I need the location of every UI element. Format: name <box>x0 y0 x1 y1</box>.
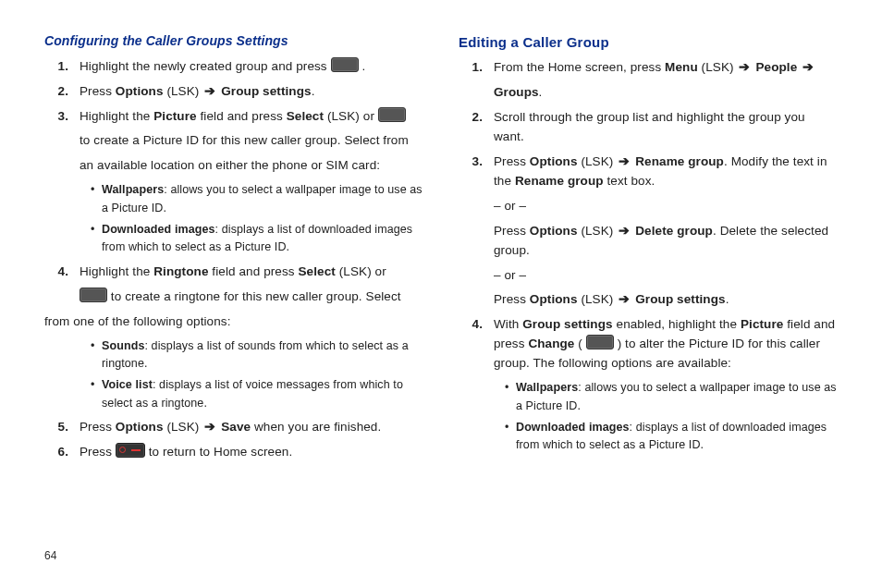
text: . <box>312 84 315 98</box>
left-step-5: 5. Press Options (LSK) ➔ Save when you a… <box>70 418 423 437</box>
bullet-list: •Wallpapers: allows you to select a wall… <box>80 181 423 257</box>
bullet-item: •Wallpapers: allows you to select a wall… <box>505 379 838 415</box>
step-number: 6. <box>48 443 68 462</box>
text: text box. <box>604 174 655 188</box>
arrow-icon: ➔ <box>617 290 631 310</box>
bullet-item: •Sounds: displays a list of sounds from … <box>91 337 423 374</box>
step-number: 1. <box>48 57 68 77</box>
bold: Select <box>287 109 324 123</box>
step-number: 3. <box>48 107 68 127</box>
bold: Groups <box>494 85 539 99</box>
bullet-dot: • <box>505 379 508 397</box>
arrow-icon: ➔ <box>202 82 217 102</box>
text: enabled, highlight the <box>613 317 741 331</box>
text: (LSK) <box>578 154 618 168</box>
end-call-button-icon <box>116 443 145 458</box>
text: (LSK) <box>164 420 203 434</box>
left-subheading: Configuring the Caller Groups Settings <box>44 31 423 52</box>
or-separator: – or – <box>494 266 838 286</box>
text: Highlight the <box>80 109 153 123</box>
left-column: Configuring the Caller Groups Settings 1… <box>44 31 423 536</box>
bold: Select <box>299 264 336 278</box>
left-step-2: 2. Press Options (LSK) ➔ Group settings. <box>70 82 423 102</box>
bold: Wallpapers <box>516 381 578 394</box>
bold: Ringtone <box>153 264 208 278</box>
bold: Save <box>217 420 251 434</box>
manual-page: Configuring the Caller Groups Settings 1… <box>0 0 882 588</box>
bullet-dot: • <box>91 376 94 394</box>
arrow-icon: ➔ <box>801 58 815 78</box>
or-separator: – or – <box>494 197 838 216</box>
right-heading: Editing a Caller Group <box>459 31 838 53</box>
text: field and press <box>209 264 299 278</box>
text: field and press <box>197 109 287 123</box>
bold: Group settings <box>522 317 612 331</box>
bold: Picture <box>741 317 783 331</box>
bullet-dot: • <box>505 419 508 436</box>
bold: Group settings <box>217 84 311 98</box>
text: . <box>539 85 543 99</box>
arrow-icon: ➔ <box>202 418 217 437</box>
left-step-1: 1. Highlight the newly created group and… <box>70 57 423 77</box>
text: With <box>494 317 522 331</box>
arrow-icon: ➔ <box>737 58 752 78</box>
text: Scroll through the group list and highli… <box>494 110 805 143</box>
bold: Menu <box>665 60 698 74</box>
text: Press <box>80 84 116 98</box>
arrow-icon: ➔ <box>617 222 631 241</box>
text: Press <box>80 445 116 459</box>
bold: Wallpapers <box>102 183 164 196</box>
text: Highlight the newly created group and pr… <box>80 59 331 73</box>
line: Groups. <box>494 83 838 103</box>
line: to create a ringtone for this new caller… <box>44 288 423 307</box>
text: when you are finished. <box>251 420 381 434</box>
columns: Configuring the Caller Groups Settings 1… <box>44 31 838 536</box>
arrow-icon: ➔ <box>617 153 631 172</box>
text: (LSK) or <box>324 109 378 123</box>
text: : displays a list of sounds from which t… <box>102 339 409 370</box>
bold: Downloaded images <box>516 421 630 434</box>
right-step-1: 1. From the Home screen, press Menu (LSK… <box>484 58 838 103</box>
step-number: 5. <box>48 418 68 437</box>
step-number: 3. <box>462 153 483 172</box>
bold: Options <box>116 84 164 98</box>
bold: Options <box>530 154 578 168</box>
right-steps: 1. From the Home screen, press Menu (LSK… <box>459 58 838 454</box>
step-number: 1. <box>462 58 483 78</box>
bold: People <box>753 60 798 74</box>
bullet-item: •Voice list: displays a list of voice me… <box>91 376 423 412</box>
line: from one of the following options: <box>44 312 423 332</box>
bold: Sounds <box>102 339 144 352</box>
ok-button-icon <box>378 107 406 122</box>
bold: Delete group <box>631 224 713 238</box>
step-number: 4. <box>48 263 68 282</box>
ok-button-icon <box>586 335 614 349</box>
line: From the Home screen, press Menu (LSK) ➔… <box>494 58 838 78</box>
bold: Options <box>116 420 164 434</box>
text: to create a ringtone for this new caller… <box>107 289 401 303</box>
line: to create a Picture ID for this new call… <box>80 131 423 151</box>
text: (LSK) <box>578 292 618 306</box>
right-step-4: 4. With Group settings enabled, highligh… <box>484 315 838 454</box>
bold: Downloaded images <box>102 223 215 236</box>
step-number: 2. <box>48 82 68 102</box>
left-step-4: 4. Highlight the Ringtone field and pres… <box>70 263 423 412</box>
line: Press Options (LSK) ➔ Group settings. <box>494 290 838 310</box>
text: . <box>361 59 365 73</box>
text: From the Home screen, press <box>494 60 665 74</box>
bold: Options <box>530 224 578 238</box>
bullet-item: •Downloaded images: displays a list of d… <box>91 221 423 257</box>
bold: Change <box>528 337 574 350</box>
text: (LSK) <box>164 84 203 98</box>
line: Press Options (LSK) ➔ Delete group. Dele… <box>494 222 838 261</box>
bullet-item: •Downloaded images: displays a list of d… <box>505 419 838 455</box>
line: Press Options (LSK) ➔ Rename group. Modi… <box>494 153 838 191</box>
text: Press <box>494 154 530 168</box>
right-column: Editing a Caller Group 1. From the Home … <box>459 31 838 536</box>
bold: Rename group <box>631 154 724 168</box>
line: Highlight the Picture field and press Se… <box>80 107 423 127</box>
bold: Group settings <box>631 292 725 306</box>
bullet-dot: • <box>91 337 94 355</box>
text: (LSK) <box>578 224 618 238</box>
left-step-3: 3. Highlight the Picture field and press… <box>70 107 423 257</box>
